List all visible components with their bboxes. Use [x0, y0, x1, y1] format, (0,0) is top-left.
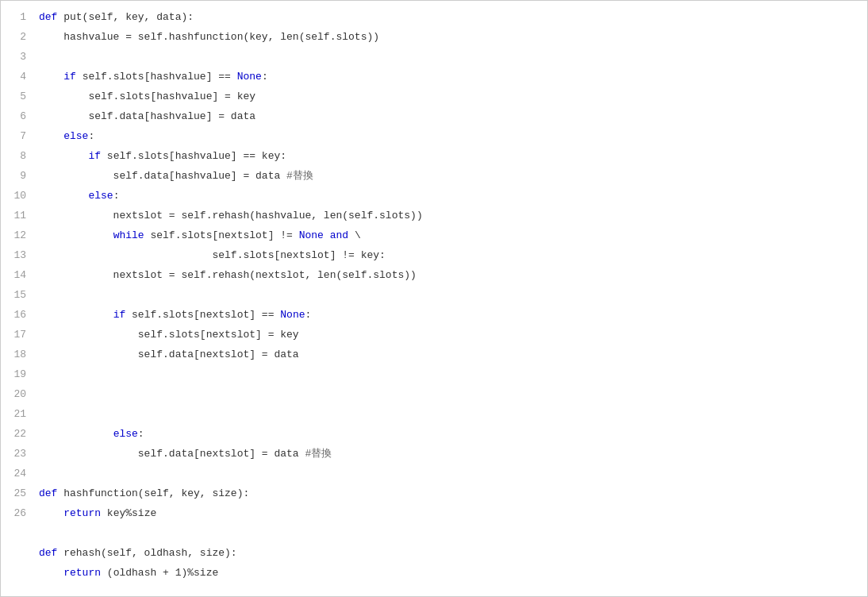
line-number: 9 — [7, 166, 26, 186]
line-number: 2 — [7, 27, 26, 47]
code-line: nextslot = self.rehash(hashvalue, len(se… — [39, 206, 861, 225]
code-line: if self.slots[hashvalue] == None: — [39, 67, 861, 87]
code-line — [39, 364, 861, 384]
line-number: 4 — [7, 67, 26, 87]
code-line: if self.slots[hashvalue] == key: — [39, 146, 861, 166]
line-number: 11 — [7, 206, 26, 225]
line-number: 24 — [7, 464, 26, 483]
code-line — [39, 464, 861, 483]
code-line: self.data[nextslot] = data #替換 — [39, 444, 861, 464]
line-number: 14 — [7, 265, 26, 285]
line-numbers: 1234567891011121314151617181920212223242… — [1, 7, 33, 583]
code-line — [39, 47, 861, 67]
line-number: 19 — [7, 364, 26, 384]
code-line: self.data[nextslot] = data — [39, 345, 861, 364]
line-number: 17 — [7, 325, 26, 345]
code-line — [39, 285, 861, 305]
code-line: self.data[hashvalue] = data #替換 — [39, 166, 861, 186]
line-number: 16 — [7, 305, 26, 325]
code-line: self.slots[nextslot] = key — [39, 325, 861, 345]
line-number: 5 — [7, 87, 26, 106]
code-line: hashvalue = self.hashfunction(key, len(s… — [39, 27, 861, 47]
code-container: 1234567891011121314151617181920212223242… — [1, 1, 867, 589]
code-window: 1234567891011121314151617181920212223242… — [0, 0, 868, 597]
code-line: else: — [39, 424, 861, 444]
code-line — [39, 523, 861, 543]
code-line: nextslot = self.rehash(nextslot, len(sel… — [39, 265, 861, 285]
line-number: 13 — [7, 245, 26, 265]
code-line: self.slots[hashvalue] = key — [39, 87, 861, 106]
line-number: 8 — [7, 146, 26, 166]
code-line: if self.slots[nextslot] == None: — [39, 305, 861, 325]
line-number: 12 — [7, 225, 26, 245]
line-number: 3 — [7, 47, 26, 67]
line-number: 26 — [7, 503, 26, 523]
code-line: while self.slots[nextslot] != None and \ — [39, 225, 861, 245]
line-number: 23 — [7, 444, 26, 464]
line-number: 18 — [7, 345, 26, 364]
code-line: self.data[hashvalue] = data — [39, 106, 861, 126]
code-line: else: — [39, 186, 861, 206]
code-line — [39, 404, 861, 424]
line-number: 15 — [7, 285, 26, 305]
line-number: 6 — [7, 106, 26, 126]
line-number: 20 — [7, 384, 26, 404]
code-line: def hashfunction(self, key, size): — [39, 483, 861, 503]
line-number: 22 — [7, 424, 26, 444]
code-line: return key%size — [39, 503, 861, 523]
code-line: def put(self, key, data): — [39, 7, 861, 27]
code-line: else: — [39, 126, 861, 146]
code-line: def rehash(self, oldhash, size): — [39, 543, 861, 563]
line-number: 25 — [7, 483, 26, 503]
code-line: self.slots[nextslot] != key: — [39, 245, 861, 265]
code-content: def put(self, key, data): hashvalue = se… — [33, 7, 867, 583]
code-line: return (oldhash + 1)%size — [39, 563, 861, 583]
line-number: 7 — [7, 126, 26, 146]
line-number: 21 — [7, 404, 26, 424]
line-number: 10 — [7, 186, 26, 206]
code-line — [39, 384, 861, 404]
line-number: 1 — [7, 7, 26, 27]
